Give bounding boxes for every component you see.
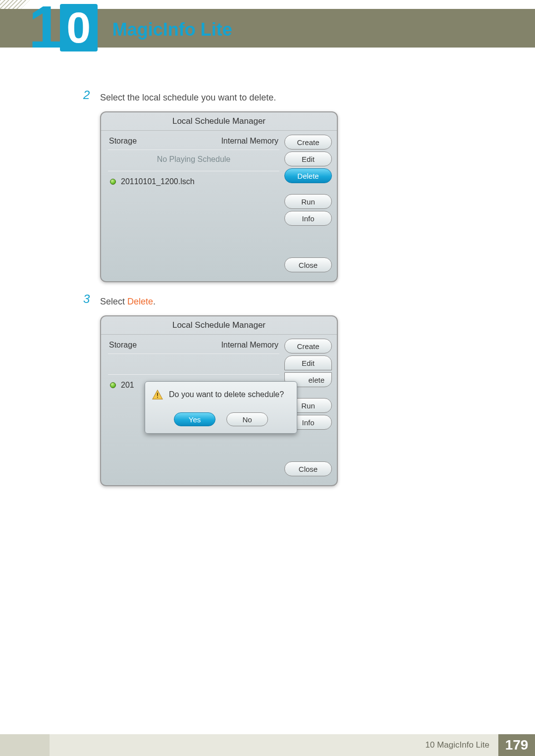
storage-label: Storage [109,341,137,350]
page-number: 179 [498,734,535,756]
screenshot-2: Local Schedule Manager Storage Internal … [100,315,485,486]
schedule-manager-panel: Local Schedule Manager Storage Internal … [100,315,338,486]
step-2: 2 Select the local schedule you want to … [83,89,485,104]
confirm-delete-dialog: Do you want to delete schedule? Yes No [145,381,297,434]
create-button[interactable]: Create [284,135,332,150]
footer-label: 10 MagicInfo Lite [50,734,498,756]
info-button[interactable]: Info [284,211,332,226]
svg-rect-1 [157,397,158,398]
chapter-number-box: 0 [60,4,98,51]
schedule-file-item[interactable]: 20110101_1200.lsch [108,171,279,186]
close-button[interactable]: Close [284,257,332,272]
step-text: Select Delete. [100,293,156,308]
dialog-message: Do you want to delete schedule? [169,390,284,399]
step-number: 3 [83,293,97,305]
panel-content-area: Storage Internal Memory 201 [108,339,279,476]
edit-button[interactable]: Edit [284,151,332,166]
status-dot-icon [110,179,116,185]
svg-rect-0 [157,393,158,396]
no-schedule-text: No Playing Schedule [108,150,279,171]
close-button[interactable]: Close [284,461,332,476]
chapter-number-outer: 1 [29,0,62,56]
panel-title: Local Schedule Manager [101,112,337,131]
page-footer: 10 MagicInfo Lite 179 [0,734,535,756]
storage-label: Storage [109,137,137,146]
panel-content-area: Storage Internal Memory No Playing Sched… [108,135,279,272]
step-text-post: . [153,297,156,306]
warning-icon [152,390,163,400]
footer-accent [0,734,50,756]
screenshot-1: Local Schedule Manager Storage Internal … [100,111,485,282]
no-button[interactable]: No [226,412,268,426]
storage-value: Internal Memory [221,137,278,146]
step-text-highlight: Delete [127,297,153,306]
panel-button-column: Create Edit Delete Run Info Close [284,135,332,272]
chapter-title: MagicInfo Lite [112,21,232,39]
edit-button[interactable]: Edit [284,355,332,370]
create-button[interactable]: Create [284,339,332,353]
step-number: 2 [83,89,97,101]
yes-button[interactable]: Yes [174,412,215,426]
panel-title: Local Schedule Manager [101,316,337,335]
storage-row: Storage Internal Memory [108,135,279,150]
step-3: 3 Select Delete. [83,293,485,308]
chapter-badge: 1 0 MagicInfo Lite [29,0,232,55]
storage-value: Internal Memory [221,341,278,350]
step-text-pre: Select [100,297,127,306]
schedule-manager-panel: Local Schedule Manager Storage Internal … [100,111,338,282]
chapter-number-inner: 0 [66,6,91,50]
step-text: Select the local schedule you want to de… [100,89,276,104]
page-content: 2 Select the local schedule you want to … [0,89,535,726]
storage-row: Storage Internal Memory [108,339,279,354]
run-button[interactable]: Run [284,194,332,209]
status-dot-icon [110,382,116,388]
schedule-filename: 20110101_1200.lsch [121,177,195,186]
delete-button[interactable]: Delete [284,168,332,183]
schedule-filename-partial: 201 [121,381,134,390]
